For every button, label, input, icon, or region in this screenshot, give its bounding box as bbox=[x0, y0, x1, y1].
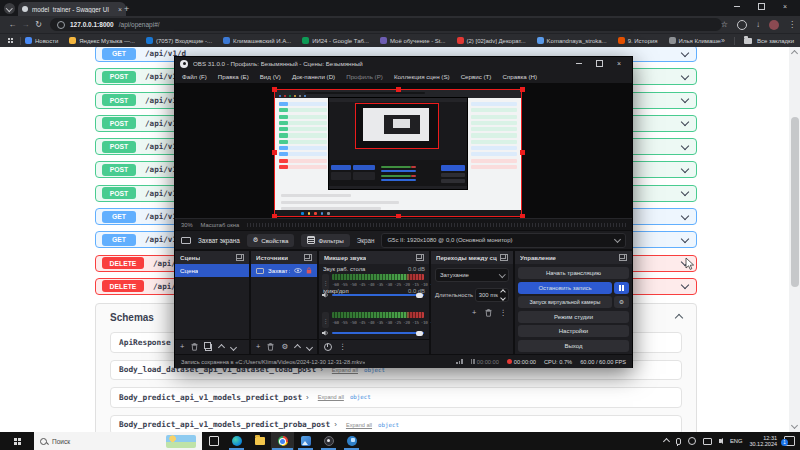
download-icon[interactable]: ↓ bbox=[756, 20, 760, 29]
bookmark-item[interactable]: Komandnaya_stroka... bbox=[537, 37, 607, 44]
profile-avatar[interactable] bbox=[769, 20, 779, 30]
start-virtual-camera-button[interactable]: Запуск виртуальной камеры bbox=[518, 296, 612, 308]
popout-icon[interactable] bbox=[304, 254, 312, 261]
apps-grid-icon[interactable] bbox=[8, 38, 10, 40]
taskbar-photos[interactable] bbox=[294, 432, 317, 450]
obs-tray-icon[interactable] bbox=[688, 437, 696, 445]
lock-icon[interactable] bbox=[306, 267, 312, 274]
speaker-icon[interactable] bbox=[322, 330, 329, 336]
taskbar-pictures-app[interactable] bbox=[340, 432, 363, 450]
start-streaming-button[interactable]: Начать трансляцию bbox=[518, 267, 629, 279]
add-transition-button[interactable]: + bbox=[472, 309, 476, 317]
menu-item[interactable]: Файл (F) bbox=[182, 73, 207, 80]
schema-model-row[interactable]: Body_predict_api_v1_models_predict_post … bbox=[110, 387, 682, 408]
taskbar-chrome[interactable] bbox=[271, 432, 294, 450]
menu-item[interactable]: Справка (H) bbox=[502, 73, 537, 80]
reload-button[interactable]: ↻ bbox=[32, 20, 45, 29]
bookmark-item[interactable]: Илья Климашевский bbox=[669, 37, 721, 44]
transition-select[interactable]: Затухание bbox=[435, 268, 509, 282]
source-properties-button[interactable]: ⚙ bbox=[281, 343, 288, 351]
scrollbar-thumb[interactable] bbox=[791, 117, 799, 287]
bookmark-item[interactable]: Новости bbox=[25, 37, 58, 44]
address-bar[interactable]: 127.0.0.1:8000/api/openapi#/ bbox=[50, 18, 722, 31]
menu-item[interactable]: Коллекция сцен (S) bbox=[394, 73, 450, 80]
menu-item[interactable]: Сервис (T) bbox=[461, 73, 492, 80]
bookmark-star-icon[interactable]: ☆ bbox=[721, 20, 728, 29]
expand-all-link[interactable]: Expand all bbox=[346, 422, 372, 428]
duration-spinbox[interactable]: 300 ms bbox=[475, 288, 509, 302]
volume-icon[interactable] bbox=[719, 438, 723, 444]
site-info-icon[interactable] bbox=[57, 21, 65, 29]
taskbar-edge[interactable] bbox=[225, 432, 248, 450]
all-bookmarks-label[interactable]: Все закладки bbox=[757, 38, 794, 44]
expand-all-link[interactable]: Expand all bbox=[318, 394, 344, 400]
menu-item[interactable]: Правка (E) bbox=[218, 73, 249, 80]
tab-search-button[interactable] bbox=[4, 3, 15, 14]
task-view-button[interactable] bbox=[202, 432, 225, 450]
popout-icon[interactable] bbox=[619, 254, 627, 261]
obs-maximize-button[interactable] bbox=[594, 59, 604, 69]
schema-model-row[interactable]: Body_predict_api_v1_models_predict_proba… bbox=[110, 415, 682, 433]
clock[interactable]: 12:31 30.12.2024 bbox=[749, 435, 777, 448]
resize-handle[interactable] bbox=[520, 214, 525, 219]
menu-item[interactable]: Профиль (P) bbox=[346, 73, 383, 80]
tab-close-icon[interactable]: × bbox=[118, 6, 122, 13]
bookmark-item[interactable]: 9. История bbox=[618, 37, 658, 44]
menu-item[interactable]: Вид (V) bbox=[260, 73, 281, 80]
add-scene-button[interactable]: + bbox=[180, 343, 184, 351]
virtual-camera-settings-button[interactable]: ⚙ bbox=[614, 296, 629, 308]
add-source-button[interactable]: + bbox=[256, 343, 260, 351]
source-item[interactable]: Захват экрана bbox=[251, 264, 317, 277]
speaker-icon[interactable] bbox=[322, 292, 329, 298]
taskbar-explorer[interactable] bbox=[248, 432, 271, 450]
remove-transition-button[interactable] bbox=[485, 309, 492, 317]
move-scene-up-button[interactable] bbox=[219, 345, 224, 350]
capture-region[interactable] bbox=[274, 89, 522, 217]
new-tab-button[interactable]: + bbox=[124, 4, 129, 14]
bookmark-item[interactable]: Яндекс Музыка —... bbox=[69, 37, 135, 44]
transition-menu-button[interactable]: ⋮ bbox=[500, 309, 508, 317]
notification-center-icon[interactable]: 1 bbox=[784, 436, 795, 446]
microphone-icon[interactable] bbox=[676, 438, 681, 445]
obs-minimize-button[interactable] bbox=[574, 59, 584, 69]
stop-recording-button[interactable]: Остановить запись bbox=[518, 282, 612, 294]
channel-menu-grip[interactable]: ⋮ bbox=[322, 274, 329, 290]
pause-recording-button[interactable] bbox=[614, 282, 629, 294]
collapse-chevron-icon[interactable] bbox=[675, 313, 683, 321]
bookmark-item[interactable]: ИИ24 - Google Таб... bbox=[302, 37, 369, 44]
move-scene-down-button[interactable] bbox=[231, 345, 236, 350]
resize-handle[interactable] bbox=[520, 87, 525, 92]
remove-scene-button[interactable] bbox=[191, 343, 198, 351]
exit-button[interactable]: Выход bbox=[518, 340, 629, 352]
maximize-button[interactable] bbox=[756, 1, 766, 13]
menu-item[interactable]: Док-панели (D) bbox=[292, 73, 335, 80]
bookmark-item[interactable]: (2) [02]adv] Декорат... bbox=[457, 37, 526, 44]
filters-button[interactable]: Фильтры bbox=[301, 234, 349, 247]
hidden-icons-chevron[interactable] bbox=[663, 437, 670, 444]
duplicate-scene-button[interactable] bbox=[205, 344, 212, 351]
spin-down-icon[interactable] bbox=[500, 295, 506, 301]
popout-icon[interactable] bbox=[416, 254, 424, 261]
screen-select[interactable]: G5c II: 1920x1080 @ 0,0 (Основной монито… bbox=[381, 233, 626, 248]
obs-close-button[interactable]: × bbox=[614, 59, 624, 69]
bookmark-item[interactable]: Климашевский И.А... bbox=[223, 37, 291, 44]
forward-button[interactable]: → bbox=[19, 20, 32, 29]
bookmark-item[interactable]: Моё обучение - St... bbox=[380, 37, 446, 44]
slider-knob[interactable] bbox=[416, 331, 423, 336]
resize-handle[interactable] bbox=[396, 214, 401, 219]
volume-slider[interactable] bbox=[332, 294, 424, 296]
mixer-menu-button[interactable]: ⋮ bbox=[339, 343, 347, 351]
scene-item[interactable]: Сцена bbox=[175, 264, 249, 277]
visibility-eye-icon[interactable] bbox=[294, 268, 302, 273]
resize-handle[interactable] bbox=[520, 150, 525, 155]
popout-icon[interactable] bbox=[500, 254, 508, 261]
slider-knob[interactable] bbox=[416, 293, 423, 298]
bookmark-item[interactable]: (7057) Входящие -... bbox=[146, 37, 212, 44]
start-button[interactable] bbox=[0, 432, 34, 450]
scroll-down-icon[interactable] bbox=[791, 422, 798, 429]
studio-mode-button[interactable]: Режим студии bbox=[518, 311, 629, 323]
preview-scale-value[interactable]: 30% bbox=[181, 222, 193, 228]
minimize-button[interactable] bbox=[732, 1, 742, 13]
weather-widget-icon[interactable] bbox=[166, 435, 196, 448]
taskbar-search[interactable]: Поиск bbox=[34, 432, 202, 450]
